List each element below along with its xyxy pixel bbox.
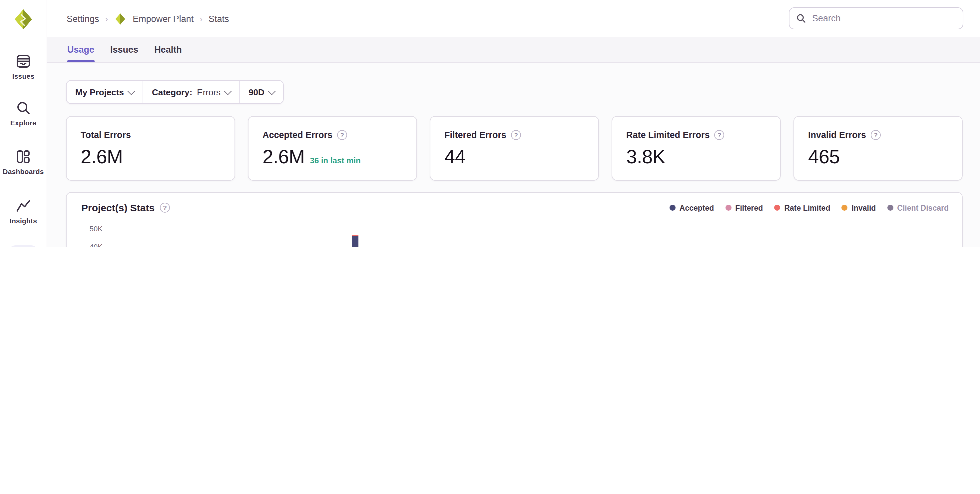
card-label: Invalid Errors — [808, 130, 866, 140]
breadcrumb-org[interactable]: Empower Plant — [132, 14, 194, 24]
card-label: Filtered Errors — [444, 130, 506, 140]
y-axis: 010K20K30K40K50K — [71, 229, 103, 247]
chevron-right-icon: › — [105, 14, 108, 24]
card-value: 2.6M — [262, 146, 305, 168]
search-icon — [796, 13, 806, 23]
filter-bar: My Projects Category: Errors 90D — [66, 80, 284, 104]
sidebar-item-label: Explore — [0, 119, 47, 127]
legend-dot — [670, 205, 676, 211]
category-filter-dropdown[interactable]: Category: Errors — [143, 81, 240, 104]
tab-bar: Usage Issues Health — [47, 37, 980, 63]
help-icon[interactable]: ? — [871, 130, 881, 140]
legend-dot — [774, 205, 780, 211]
sidebar-divider — [11, 235, 36, 235]
help-icon[interactable]: ? — [160, 203, 170, 213]
card-value: 2.6M — [81, 146, 123, 168]
project-stats-panel: Project(s) Stats ? AcceptedFilteredRate … — [66, 192, 963, 247]
card-label: Total Errors — [81, 130, 131, 140]
projects-filter-label: My Projects — [75, 87, 124, 97]
stat-cards: Total Errors 2.6M Accepted Errors ? 2.6M… — [66, 116, 963, 181]
sidebar: Issues Explore Dashboards — [0, 0, 47, 247]
legend-label: Filtered — [735, 204, 763, 212]
main-area: Settings › Empower Plant › Stats Usage I… — [47, 0, 980, 247]
chevron-down-icon — [268, 87, 276, 95]
projects-filter-dropdown[interactable]: My Projects — [67, 81, 143, 104]
period-value: 90D — [248, 87, 264, 97]
insights-chart-icon — [0, 198, 47, 214]
help-icon[interactable]: ? — [714, 130, 724, 140]
legend-dot — [725, 205, 731, 211]
legend-label: Invalid — [851, 204, 876, 212]
y-axis-label: 40K — [90, 243, 103, 247]
card-value: 3.8K — [626, 146, 665, 168]
legend-item-filtered[interactable]: Filtered — [725, 204, 763, 212]
legend-item-client-discard[interactable]: Client Discard — [887, 204, 949, 212]
help-icon[interactable]: ? — [511, 130, 521, 140]
card-accepted-errors: Accepted Errors ? 2.6M 36 in last min — [248, 116, 417, 181]
legend-item-rate-limited[interactable]: Rate Limited — [774, 204, 830, 212]
sidebar-item-issues[interactable]: Issues — [0, 53, 47, 80]
chart-legend: AcceptedFilteredRate LimitedInvalidClien… — [670, 204, 949, 212]
period-filter-dropdown[interactable]: 90D — [240, 81, 283, 104]
sidebar-item-insights[interactable]: Insights — [0, 198, 47, 225]
help-icon[interactable]: ? — [337, 130, 347, 140]
issues-icon — [0, 53, 47, 69]
magnifier-icon — [0, 100, 47, 116]
legend-item-accepted[interactable]: Accepted — [670, 204, 714, 212]
y-axis-label: 50K — [90, 225, 103, 233]
org-logo-icon[interactable] — [12, 8, 35, 31]
sidebar-item-label: Issues — [0, 72, 47, 80]
legend-dot — [842, 205, 848, 211]
category-value: Errors — [197, 87, 221, 97]
tab-usage[interactable]: Usage — [67, 37, 94, 62]
app-window: Issues Explore Dashboards — [0, 0, 980, 247]
card-label: Accepted Errors — [262, 130, 332, 140]
legend-item-invalid[interactable]: Invalid — [842, 204, 876, 212]
chevron-down-icon — [224, 87, 232, 95]
card-total-errors: Total Errors 2.6M — [66, 116, 235, 181]
breadcrumb: Settings › Empower Plant › Stats — [67, 0, 229, 37]
dashboards-grid-icon — [0, 149, 47, 165]
x-axis: Mar 1Mar 10Mar 19Mar 28Apr 6Apr 15Apr 24… — [108, 229, 957, 247]
card-value: 465 — [808, 146, 840, 168]
chevron-down-icon — [127, 87, 135, 95]
breadcrumb-current: Stats — [208, 14, 229, 24]
settings-active-pill: ⚙ — [9, 245, 38, 247]
sidebar-item-label: Insights — [0, 217, 47, 225]
project-logo-icon — [114, 12, 127, 25]
legend-label: Rate Limited — [784, 204, 830, 212]
card-filtered-errors: Filtered Errors ? 44 — [430, 116, 599, 181]
chevron-right-icon: › — [199, 14, 202, 24]
legend-dot — [887, 205, 893, 211]
global-search[interactable] — [789, 7, 963, 29]
content: My Projects Category: Errors 90D Total — [47, 63, 980, 247]
sidebar-item-settings[interactable]: ⚙ Settings — [0, 245, 47, 247]
sidebar-item-explore[interactable]: Explore — [0, 100, 47, 127]
card-subvalue: 36 in last min — [310, 156, 361, 165]
tab-issues[interactable]: Issues — [110, 37, 138, 62]
search-input[interactable] — [811, 13, 956, 24]
card-invalid-errors: Invalid Errors ? 465 — [794, 116, 963, 181]
legend-label: Client Discard — [897, 204, 949, 212]
breadcrumb-settings[interactable]: Settings — [67, 14, 99, 24]
category-label: Category: — [152, 87, 192, 97]
sidebar-item-dashboards[interactable]: Dashboards — [0, 149, 47, 175]
card-label: Rate Limited Errors — [626, 130, 710, 140]
card-value: 44 — [444, 146, 465, 168]
tab-health[interactable]: Health — [154, 37, 182, 62]
legend-label: Accepted — [679, 204, 714, 212]
card-rate-limited-errors: Rate Limited Errors ? 3.8K — [612, 116, 781, 181]
top-bar: Settings › Empower Plant › Stats — [47, 0, 980, 37]
chart-title: Project(s) Stats ? — [81, 202, 170, 214]
sidebar-item-label: Dashboards — [0, 167, 47, 175]
